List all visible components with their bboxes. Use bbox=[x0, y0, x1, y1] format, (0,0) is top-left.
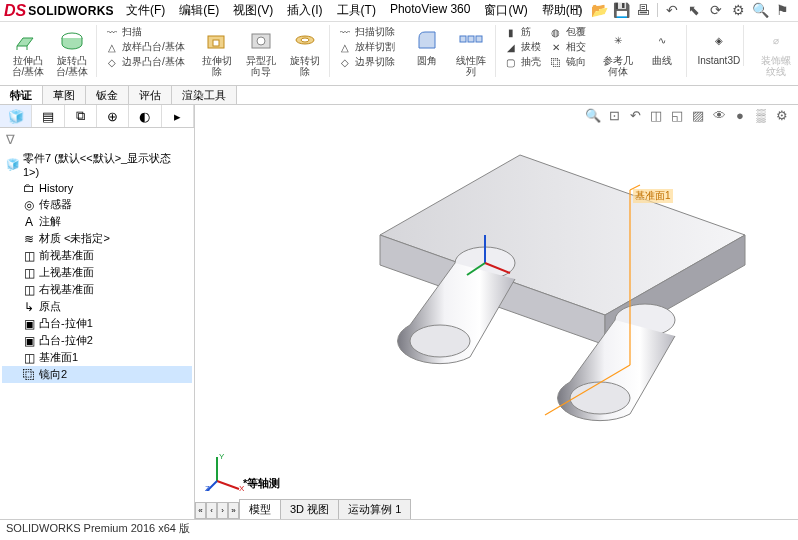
tree-tab-dimxpert[interactable]: ⊕ bbox=[97, 105, 129, 127]
tab-sketch[interactable]: 草图 bbox=[43, 86, 86, 104]
tree-item-label: 凸台-拉伸2 bbox=[39, 333, 93, 348]
undo-icon[interactable]: ↶ bbox=[664, 2, 680, 18]
print-icon[interactable]: 🖶 bbox=[635, 2, 651, 18]
bottom-tabs: 模型 3D 视图 运动算例 1 bbox=[239, 499, 410, 519]
tree-item[interactable]: ▣凸台-拉伸2 bbox=[2, 332, 192, 349]
options-icon[interactable]: ⚙ bbox=[730, 2, 746, 18]
tree-root[interactable]: 🧊零件7 (默认<<默认>_显示状态 1>) bbox=[2, 149, 192, 180]
tab-next-icon[interactable]: › bbox=[217, 502, 228, 519]
tab-prev-icon[interactable]: ‹ bbox=[206, 502, 217, 519]
rib-button[interactable]: ▮筋 bbox=[504, 25, 541, 39]
bottom-tab-model[interactable]: 模型 bbox=[239, 499, 281, 519]
tab-evaluate[interactable]: 评估 bbox=[129, 86, 172, 104]
tab-first-icon[interactable]: « bbox=[195, 502, 206, 519]
rebuild-icon[interactable]: ⟳ bbox=[708, 2, 724, 18]
tree-tab-feature[interactable]: 🧊 bbox=[0, 105, 32, 127]
flag-icon[interactable]: ⚑ bbox=[774, 2, 790, 18]
lofted-cut-button[interactable]: △放样切割 bbox=[338, 40, 395, 54]
tree-item-label: History bbox=[39, 182, 73, 194]
instant3d-button[interactable]: ◈Instant3D bbox=[701, 25, 737, 66]
tree-filter[interactable]: ∇ bbox=[2, 130, 192, 149]
feature-manager-tree: 🧊 ▤ ⧉ ⊕ ◐ ▸ ∇ 🧊零件7 (默认<<默认>_显示状态 1>) 🗀Hi… bbox=[0, 105, 195, 519]
tree-tab-config[interactable]: ⧉ bbox=[65, 105, 97, 127]
linear-pattern-button[interactable]: 线性阵列 bbox=[453, 25, 489, 77]
menu-edit[interactable]: 编辑(E) bbox=[179, 2, 219, 19]
tree-item[interactable]: ◫前视基准面 bbox=[2, 247, 192, 264]
tree-tab-property[interactable]: ▤ bbox=[32, 105, 64, 127]
ribbon-group-cut: 拉伸切除 异型孔向导 旋转切除 bbox=[193, 25, 330, 77]
logo-mark-icon: DS bbox=[4, 2, 26, 20]
tree-item-label: 基准面1 bbox=[39, 350, 78, 365]
mirror-icon: ⿻ bbox=[549, 55, 563, 69]
menu-window[interactable]: 窗口(W) bbox=[484, 2, 527, 19]
mirror-button[interactable]: ⿻镜向 bbox=[549, 55, 586, 69]
tree-item[interactable]: ▣凸台-拉伸1 bbox=[2, 315, 192, 332]
swept-boss-button[interactable]: 〰扫描 bbox=[105, 25, 185, 39]
menu-view[interactable]: 视图(V) bbox=[233, 2, 273, 19]
tree-item[interactable]: ↳原点 bbox=[2, 298, 192, 315]
extruded-cut-button[interactable]: 拉伸切除 bbox=[199, 25, 235, 77]
tree-item-label: 传感器 bbox=[39, 197, 72, 212]
tab-render[interactable]: 渲染工具 bbox=[172, 86, 237, 104]
tree-tab-more[interactable]: ▸ bbox=[162, 105, 194, 127]
tree-item[interactable]: ◫右视基准面 bbox=[2, 281, 192, 298]
tab-sheetmetal[interactable]: 钣金 bbox=[86, 86, 129, 104]
menu-insert[interactable]: 插入(I) bbox=[287, 2, 322, 19]
tree-item[interactable]: ◫上视基准面 bbox=[2, 264, 192, 281]
graphics-viewport[interactable]: 🔍 ⊡ ↶ ◫ ◱ ▨ 👁 ● ▒ ⚙ bbox=[195, 105, 798, 519]
bottom-tab-3dview[interactable]: 3D 视图 bbox=[280, 499, 339, 519]
tree-item-icon: ◫ bbox=[22, 249, 36, 263]
wrap-button[interactable]: ◍包覆 bbox=[549, 25, 586, 39]
new-icon[interactable]: 🗋 bbox=[569, 2, 585, 18]
menu-tools[interactable]: 工具(T) bbox=[337, 2, 376, 19]
boundary-icon: ◇ bbox=[105, 55, 119, 69]
tab-features[interactable]: 特证 bbox=[0, 86, 43, 104]
search-icon[interactable]: 🔍 bbox=[752, 2, 768, 18]
boundary-cut-button[interactable]: ◇边界切除 bbox=[338, 55, 395, 69]
loft-cut-icon: △ bbox=[338, 40, 352, 54]
boundary-boss-button[interactable]: ◇边界凸台/基体 bbox=[105, 55, 185, 69]
reference-geometry-button[interactable]: ✳参考几何体 bbox=[600, 25, 636, 77]
tree-item[interactable]: ◫基准面1 bbox=[2, 349, 192, 366]
svg-marker-0 bbox=[17, 38, 33, 46]
menu-file[interactable]: 文件(F) bbox=[126, 2, 165, 19]
menu-photoview[interactable]: PhotoView 360 bbox=[390, 2, 471, 19]
tree-item-icon: A bbox=[22, 215, 36, 229]
shell-button[interactable]: ▢抽壳 bbox=[504, 55, 541, 69]
tree-item[interactable]: ⿻镜向2 bbox=[2, 366, 192, 383]
lofted-boss-button[interactable]: △放样凸台/基体 bbox=[105, 40, 185, 54]
status-text: SOLIDWORKS Premium 2016 x64 版 bbox=[6, 522, 190, 534]
tree-item[interactable]: 🗀History bbox=[2, 180, 192, 196]
view-settings-icon[interactable]: ⚙ bbox=[774, 107, 790, 123]
tree-tab-display[interactable]: ◐ bbox=[129, 105, 161, 127]
svg-point-9 bbox=[301, 38, 309, 42]
svg-point-17 bbox=[410, 325, 470, 357]
revolved-boss-button[interactable]: 旋转凸台/基体 bbox=[54, 25, 90, 77]
curves-button[interactable]: ∿曲线 bbox=[644, 25, 680, 77]
ribbon-cut-small: 〰扫描切除 △放样切割 ◇边界切除 bbox=[338, 25, 395, 69]
intersect-button[interactable]: ✕相交 bbox=[549, 40, 586, 54]
tab-last-icon[interactable]: » bbox=[228, 502, 239, 519]
tree-item-icon: ◫ bbox=[22, 266, 36, 280]
hole-wizard-button[interactable]: 异型孔向导 bbox=[243, 25, 279, 77]
tree-item[interactable]: ◎传感器 bbox=[2, 196, 192, 213]
swept-cut-button[interactable]: 〰扫描切除 bbox=[338, 25, 395, 39]
fillet-button[interactable]: 圆角 bbox=[409, 25, 445, 77]
svg-rect-5 bbox=[213, 40, 219, 46]
svg-rect-11 bbox=[468, 36, 474, 42]
extruded-boss-button[interactable]: 拉伸凸台/基体 bbox=[10, 25, 46, 77]
view-triad-icon: Y X Z bbox=[205, 451, 245, 491]
open-icon[interactable]: 📂 bbox=[591, 2, 607, 18]
ribbon-group-thread: ⌀装饰螺纹线 ≈复合线曲线 bbox=[752, 25, 798, 77]
tree-item[interactable]: A注解 bbox=[2, 213, 192, 230]
save-icon[interactable]: 💾 bbox=[613, 2, 629, 18]
select-icon[interactable]: ⬉ bbox=[686, 2, 702, 18]
boundary-cut-icon: ◇ bbox=[338, 55, 352, 69]
tree-item[interactable]: ≋材质 <未指定> bbox=[2, 230, 192, 247]
bottom-tab-motion[interactable]: 运动算例 1 bbox=[338, 499, 411, 519]
svg-rect-12 bbox=[476, 36, 482, 42]
revolved-cut-button[interactable]: 旋转切除 bbox=[287, 25, 323, 77]
draft-button[interactable]: ◢拔模 bbox=[504, 40, 541, 54]
menus: 文件(F) 编辑(E) 视图(V) 插入(I) 工具(T) PhotoView … bbox=[126, 2, 583, 19]
tree-item-label: 右视基准面 bbox=[39, 282, 94, 297]
